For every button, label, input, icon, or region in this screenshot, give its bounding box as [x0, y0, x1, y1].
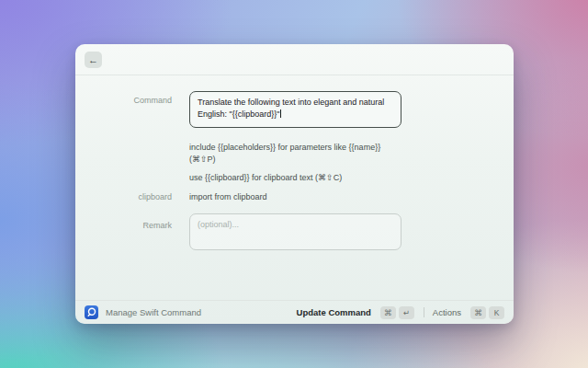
action-bar: Manage Swift Command Update Command ⌘ ↵ …: [75, 300, 514, 324]
titlebar: ←: [75, 44, 514, 75]
command-label: Command: [75, 96, 172, 105]
swift-command-window: ← Command Translate the following text i…: [75, 44, 514, 324]
return-key-icon[interactable]: ↵: [399, 306, 414, 319]
command-input-value: Translate the following text into elegan…: [198, 98, 384, 119]
footer-actions: Update Command ⌘ ↵ Actions ⌘ K: [297, 306, 504, 319]
back-button[interactable]: ←: [85, 52, 102, 68]
app-chip: Manage Swift Command: [85, 305, 201, 319]
remark-label: Remark: [75, 221, 172, 230]
app-name: Manage Swift Command: [106, 307, 201, 317]
clipboard-import-link[interactable]: import from clipboard: [189, 192, 267, 201]
footer-divider: [424, 307, 424, 317]
update-command-button[interactable]: Update Command: [297, 307, 371, 317]
placeholders-hint: include {{placeholders}} for parameters …: [189, 142, 428, 165]
clipboard-hint: use {{clipboard}} for clipboard text (⌘⇧…: [189, 172, 428, 184]
actions-button[interactable]: Actions: [433, 307, 461, 317]
back-arrow-icon: ←: [88, 54, 98, 65]
k-key-icon[interactable]: K: [489, 306, 504, 319]
command-input[interactable]: Translate the following text into elegan…: [189, 91, 401, 128]
clipboard-label: clipboard: [75, 192, 172, 201]
swift-command-logo-icon: [85, 305, 98, 319]
command-key-icon[interactable]: ⌘: [470, 306, 486, 319]
text-caret: [280, 109, 281, 118]
remark-input[interactable]: [189, 213, 401, 250]
command-key-icon[interactable]: ⌘: [380, 306, 396, 319]
